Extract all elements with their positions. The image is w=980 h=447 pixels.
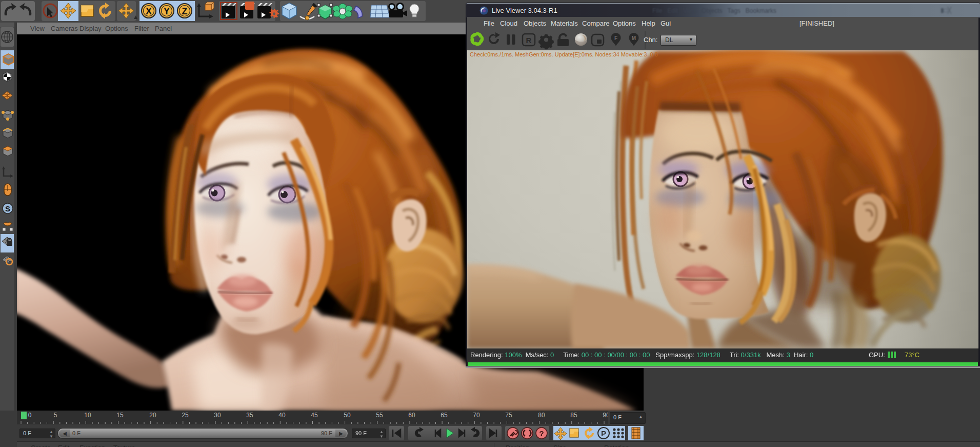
svg-text:55: 55 (376, 412, 383, 419)
svg-text:15: 15 (116, 412, 124, 419)
svg-text:90: 90 (603, 412, 608, 419)
svg-text:45: 45 (311, 412, 318, 419)
svg-text:20: 20 (149, 412, 156, 419)
svg-text:X: X (146, 6, 152, 16)
svg-text:35: 35 (246, 412, 253, 419)
svg-text:Y: Y (164, 6, 170, 16)
svg-text:50: 50 (344, 412, 351, 419)
svg-text:F: F (614, 35, 617, 41)
svg-text:40: 40 (278, 412, 286, 419)
svg-text:R: R (526, 36, 532, 45)
svg-text:Z: Z (182, 6, 188, 16)
svg-text:5: 5 (54, 412, 57, 419)
svg-text:75: 75 (505, 412, 512, 419)
svg-text:30: 30 (214, 412, 221, 419)
svg-text:65: 65 (441, 412, 448, 419)
svg-text:M: M (632, 35, 636, 41)
svg-text:60: 60 (408, 412, 415, 419)
svg-text:80: 80 (538, 412, 545, 419)
svg-text:?: ? (539, 429, 544, 438)
svg-text:85: 85 (570, 412, 577, 419)
svg-text:S: S (5, 204, 10, 213)
svg-text:70: 70 (473, 412, 480, 419)
svg-text:0: 0 (28, 412, 32, 419)
svg-text:P: P (601, 429, 606, 438)
svg-text:25: 25 (182, 412, 189, 419)
svg-text:10: 10 (84, 412, 91, 419)
